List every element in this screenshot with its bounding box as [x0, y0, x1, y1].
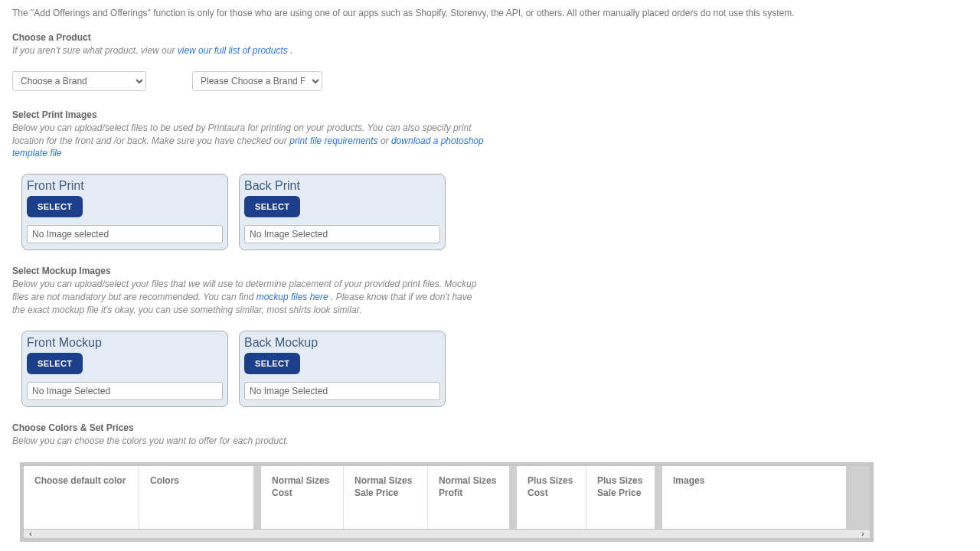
col-normal-sale: Normal Sizes Sale Price	[343, 466, 427, 529]
col-images: Images	[662, 466, 846, 529]
mockup-section: Select Mockup Images Below you can uploa…	[12, 266, 968, 316]
print-requirements-link[interactable]: print file requirements	[289, 135, 377, 146]
scroll-left-icon[interactable]: ‹	[27, 530, 34, 538]
front-print-select-button[interactable]: SELECT	[27, 196, 83, 217]
front-print-title: Front Print	[27, 179, 223, 193]
color-price-table: Choose default color Colors Normal Sizes…	[20, 462, 874, 542]
back-mockup-select-button[interactable]: SELECT	[244, 353, 300, 374]
product-selects-row: Choose a Brand Please Choose a Brand Fir…	[12, 71, 968, 91]
full-list-link[interactable]: view our full list of products	[178, 45, 288, 56]
front-mockup-status	[27, 382, 223, 400]
product-select[interactable]: Please Choose a Brand First	[192, 71, 322, 91]
back-print-status	[244, 225, 440, 243]
front-mockup-title: Front Mockup	[27, 336, 223, 350]
choose-product-sub-prefix: If you aren't sure what product, view ou…	[12, 45, 178, 56]
front-print-status	[27, 225, 223, 243]
print-section: Select Print Images Below you can upload…	[12, 109, 968, 160]
brand-select[interactable]: Choose a Brand	[12, 71, 146, 91]
table-group-2: Normal Sizes Cost Normal Sizes Sale Pric…	[261, 466, 509, 529]
col-default-color: Choose default color	[24, 466, 139, 529]
choose-product-section: Choose a Product If you aren't sure what…	[12, 32, 968, 57]
mockup-panels: Front Mockup SELECT Back Mockup SELECT	[12, 331, 968, 407]
table-group-3: Plus Sizes Cost Plus Sizes Sale Price	[517, 466, 655, 529]
table-row: Choose default color Colors Normal Sizes…	[24, 466, 870, 529]
col-normal-profit: Normal Sizes Profit	[427, 466, 509, 529]
mockup-title: Select Mockup Images	[12, 266, 968, 276]
colors-sub: Below you can choose the colors you want…	[12, 435, 487, 448]
col-normal-cost: Normal Sizes Cost	[261, 466, 343, 529]
print-sub: Below you can upload/select files to be …	[12, 122, 487, 160]
front-mockup-panel: Front Mockup SELECT	[21, 331, 228, 407]
print-title: Select Print Images	[12, 109, 968, 120]
choose-product-sub-suffix: .	[288, 45, 293, 56]
scroll-right-icon[interactable]: ›	[859, 530, 867, 538]
table-group-1: Choose default color Colors	[24, 466, 253, 529]
back-print-select-button[interactable]: SELECT	[244, 196, 300, 217]
back-print-panel: Back Print SELECT	[239, 174, 446, 250]
col-plus-cost: Plus Sizes Cost	[517, 466, 586, 529]
back-mockup-title: Back Mockup	[244, 336, 440, 350]
colors-section: Choose Colors & Set Prices Below you can…	[12, 422, 968, 448]
back-mockup-panel: Back Mockup SELECT	[239, 331, 446, 407]
mockup-files-link[interactable]: mockup files here	[256, 292, 328, 302]
choose-product-title: Choose a Product	[12, 32, 968, 43]
intro-text: The "Add Offerings and Offerings" functi…	[12, 8, 968, 18]
front-print-panel: Front Print SELECT	[21, 174, 228, 250]
col-plus-sale: Plus Sizes Sale Price	[586, 466, 655, 529]
table-group-4: Images	[662, 466, 846, 529]
mockup-sub: Below you can upload/select your files t…	[12, 278, 487, 316]
print-panels: Front Print SELECT Back Print SELECT	[12, 174, 968, 250]
front-mockup-select-button[interactable]: SELECT	[27, 353, 83, 374]
back-print-title: Back Print	[244, 179, 440, 193]
table-scrollbar[interactable]: ‹ ›	[24, 529, 870, 538]
print-sub-mid: or	[378, 135, 391, 146]
choose-product-sub: If you aren't sure what product, view ou…	[12, 44, 487, 57]
colors-title: Choose Colors & Set Prices	[12, 422, 968, 433]
back-mockup-status	[244, 382, 440, 400]
col-colors: Colors	[139, 466, 253, 529]
